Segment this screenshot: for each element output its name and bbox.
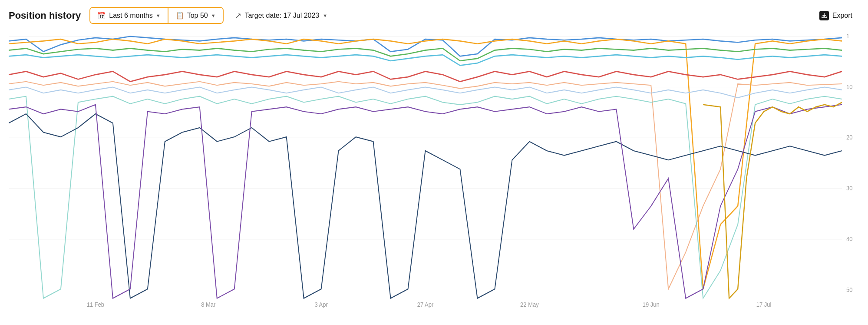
svg-text:11 Feb: 11 Feb (87, 301, 104, 308)
trend-icon: ↗ (235, 11, 241, 20)
line-yellow (703, 103, 842, 298)
line-green (9, 48, 842, 61)
export-label: Export (832, 12, 852, 20)
line-teal (9, 96, 842, 298)
svg-text:30: 30 (846, 185, 852, 192)
svg-text:1: 1 (846, 33, 849, 40)
toolbar: Position history 📅 Last 6 months ▼ 📋 Top… (9, 7, 859, 24)
line-red (9, 71, 842, 81)
line-dark-navy (9, 114, 842, 298)
svg-text:50: 50 (846, 286, 852, 293)
date-range-button[interactable]: 📅 Last 6 months ▼ (90, 8, 168, 23)
chevron-down-icon-3: ▼ (323, 13, 327, 18)
line-blue (9, 36, 842, 56)
page-title: Position history (9, 10, 81, 21)
table-icon: 📋 (175, 11, 184, 20)
svg-text:17 Jul: 17 Jul (756, 301, 772, 308)
top-label: Top 50 (187, 12, 208, 20)
svg-text:40: 40 (846, 236, 852, 242)
position-history-chart: 1 10 20 30 40 50 11 Feb 8 Mar 3 Apr 27 A… (9, 31, 859, 317)
svg-text:19 Jun: 19 Jun (643, 301, 660, 308)
svg-text:10: 10 (846, 83, 852, 90)
target-date-button[interactable]: ↗ Target date: 17 Jul 2023 ▼ (229, 7, 334, 24)
svg-text:22 May: 22 May (520, 301, 539, 308)
filter-group: 📅 Last 6 months ▼ 📋 Top 50 ▼ (89, 7, 223, 24)
position-history-container: Position history 📅 Last 6 months ▼ 📋 Top… (0, 0, 868, 325)
svg-text:8 Mar: 8 Mar (201, 301, 216, 308)
svg-text:27 Apr: 27 Apr (417, 301, 434, 308)
date-range-label: Last 6 months (109, 12, 153, 20)
chart-area: 1 10 20 30 40 50 11 Feb 8 Mar 3 Apr 27 A… (9, 31, 859, 317)
export-button[interactable]: Export (812, 7, 859, 24)
chevron-down-icon: ▼ (156, 13, 161, 18)
export-icon (819, 11, 829, 20)
calendar-icon: 📅 (97, 11, 106, 20)
line-purple (9, 105, 842, 298)
target-date-label: Target date: 17 Jul 2023 (245, 12, 320, 20)
chevron-down-icon-2: ▼ (211, 13, 216, 18)
top-filter-button[interactable]: 📋 Top 50 ▼ (168, 8, 223, 23)
svg-text:20: 20 (846, 134, 852, 141)
svg-text:3 Apr: 3 Apr (314, 301, 328, 308)
line-cyan (9, 55, 842, 65)
